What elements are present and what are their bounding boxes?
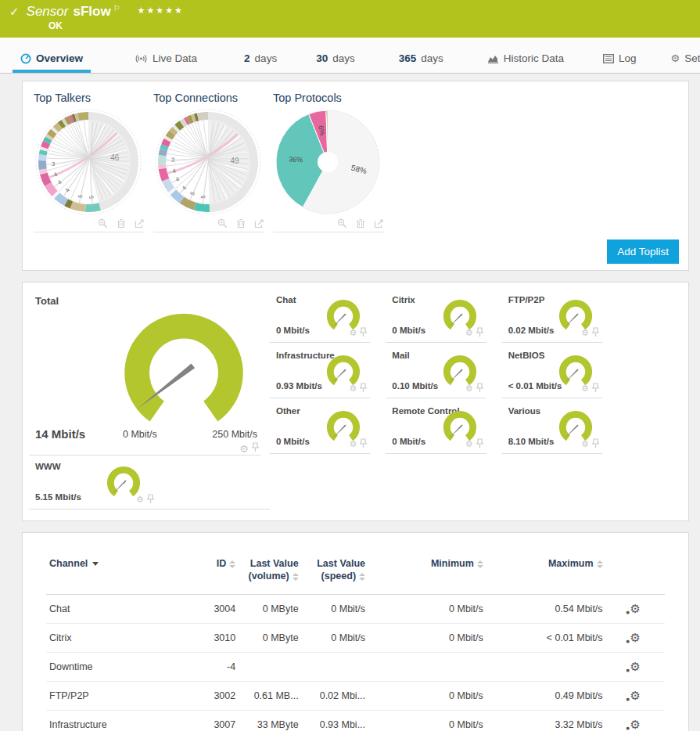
delete-icon[interactable]	[117, 218, 126, 229]
gear-icon[interactable]: ⚙	[581, 384, 589, 394]
col-label: Channel	[49, 558, 88, 569]
gear-icon[interactable]: ⚙	[349, 384, 357, 394]
delete-icon[interactable]	[356, 218, 365, 229]
cell-last-value-speed: 0 Mbit/s	[302, 595, 368, 624]
col-header-channel[interactable]: Channel	[46, 552, 172, 595]
broadcast-icon	[135, 53, 148, 64]
col-header-last-value-volume[interactable]: Last Value (volume)	[239, 552, 301, 595]
gauge-value: 8.10 Mbit/s	[508, 437, 555, 446]
gauge-cell-infrastructure: Infrastructure 0.93 Mbit/s ⚙	[270, 344, 386, 400]
channel-settings-gear-icon[interactable]: ⚙	[630, 602, 641, 616]
divider	[502, 398, 602, 398]
pin-icon[interactable]	[360, 438, 367, 450]
gear-icon[interactable]: ⚙	[349, 439, 357, 449]
pin-icon[interactable]	[476, 327, 483, 339]
tab-settings[interactable]: ⚙Settings	[668, 47, 700, 73]
cell-maximum: 3.32 Mbit/s	[486, 711, 606, 731]
table-row: Citrix 3010 0 MByte 0 Mbit/s 0 Mbit/s < …	[46, 624, 665, 653]
zoom-icon[interactable]	[98, 218, 108, 229]
pin-icon[interactable]	[476, 438, 483, 450]
col-header-minimum[interactable]: Minimum	[368, 552, 486, 595]
tab-log[interactable]: Log	[600, 47, 640, 73]
add-toplist-button[interactable]: Add Toplist	[607, 239, 679, 264]
gear-icon[interactable]: ⚙	[465, 328, 473, 338]
cell-id: 3010	[172, 624, 239, 653]
pin-icon[interactable]	[592, 438, 599, 450]
col-header-id[interactable]: ID	[172, 552, 239, 595]
donut-chart[interactable]: 58%36%6%	[273, 107, 382, 217]
table-row: FTP/P2P 3002 0.61 MB... 0.02 Mbi... 0 Mb…	[46, 682, 665, 711]
gear-icon[interactable]: ⚙	[465, 439, 473, 449]
tab-bar: OverviewLive Data2days30days365daysHisto…	[0, 38, 700, 74]
cell-minimum	[368, 653, 486, 682]
pin-icon[interactable]	[360, 327, 367, 339]
zoom-icon[interactable]	[217, 218, 228, 229]
cell-channel[interactable]: Downtime	[46, 653, 172, 682]
gear-icon[interactable]: ⚙	[239, 443, 249, 455]
edit-icon[interactable]	[374, 218, 384, 229]
col-label: Last Value	[317, 558, 365, 569]
cell-last-value-volume	[239, 653, 301, 682]
chord-chart[interactable]: 49554443	[153, 107, 263, 217]
cell-minimum: 0 Mbit/s	[368, 624, 486, 653]
pin-icon[interactable]	[147, 494, 154, 506]
gauge-toolbar: ⚙	[581, 383, 599, 394]
tab-30-days[interactable]: 30days	[313, 47, 358, 73]
edit-icon[interactable]	[254, 218, 264, 229]
cell-last-value-speed: 0.93 Mbi...	[302, 711, 368, 731]
cell-channel[interactable]: FTP/P2P	[46, 682, 172, 711]
edit-icon[interactable]	[135, 218, 145, 229]
cell-last-value-speed: 0 Mbit/s	[302, 624, 368, 653]
gear-icon[interactable]: ⚙	[136, 495, 144, 505]
pin-icon[interactable]	[592, 327, 599, 339]
col-header-actions	[606, 552, 665, 595]
zoom-icon[interactable]	[337, 218, 347, 229]
tab-2-days[interactable]: 2days	[241, 47, 280, 73]
tab-overview[interactable]: Overview	[17, 47, 86, 73]
gear-icon[interactable]: ⚙	[349, 328, 357, 338]
gauge-value: 0 Mbit/s	[392, 437, 425, 446]
svg-text:46: 46	[110, 153, 120, 162]
cell-channel[interactable]: Citrix	[46, 624, 172, 653]
cell-channel[interactable]: Infrastructure	[46, 711, 172, 731]
col-header-maximum[interactable]: Maximum	[486, 552, 606, 595]
toplist-charts-row: Top Talkers 46554443 Top Connections 495…	[34, 92, 677, 232]
pin-icon[interactable]	[592, 383, 599, 394]
channel-settings-gear-icon[interactable]: ⚙	[630, 631, 641, 645]
chord-chart[interactable]: 46554443	[34, 107, 143, 217]
channel-settings-gear-icon[interactable]: ⚙	[630, 689, 641, 703]
gauge-cell-chat: Chat 0 Mbit/s ⚙	[270, 289, 386, 344]
svg-text:3: 3	[52, 160, 56, 167]
gauge-cell-www: WWW 5.15 Mbit/s ⚙	[29, 456, 270, 511]
divider	[386, 342, 486, 343]
cell-id: 3007	[172, 711, 239, 731]
tab-live-data[interactable]: Live Data	[131, 47, 200, 73]
cell-channel[interactable]: Chat	[46, 595, 172, 624]
flag-icon[interactable]: ⚐	[113, 4, 120, 13]
tab-historic-data[interactable]: Historic Data	[484, 47, 567, 73]
gauge-toolbar: ⚙	[465, 383, 483, 394]
pin-icon[interactable]	[360, 383, 367, 394]
gear-icon[interactable]: ⚙	[465, 384, 473, 394]
pin-icon[interactable]	[476, 383, 483, 394]
tab-number: 365	[399, 52, 417, 64]
toplist-title: Top Protocols	[273, 92, 390, 104]
gauge-icon	[20, 53, 31, 64]
tab-label: Historic Data	[504, 52, 564, 64]
gear-icon[interactable]: ⚙	[581, 328, 589, 338]
priority-stars[interactable]: ★★★★★	[138, 5, 184, 16]
col-header-last-value-speed[interactable]: Last Value (speed)	[302, 552, 368, 595]
delete-icon[interactable]	[236, 218, 246, 229]
channel-settings-gear-icon[interactable]: ⚙	[630, 718, 641, 731]
gauge-toolbar: ⚙	[465, 438, 483, 450]
col-label: (volume)	[249, 571, 289, 582]
gauge-value: 5.15 Mbit/s	[35, 492, 81, 502]
svg-text:5: 5	[88, 195, 95, 199]
tab-label: Live Data	[153, 52, 197, 64]
tab-365-days[interactable]: 365days	[396, 47, 447, 73]
pin-icon[interactable]	[252, 442, 259, 455]
channel-settings-gear-icon[interactable]: ⚙	[630, 660, 641, 674]
gear-icon[interactable]: ⚙	[581, 439, 589, 449]
gauge-scale-max: 250 Mbit/s	[212, 429, 257, 440]
cell-minimum: 0 Mbit/s	[368, 682, 486, 711]
